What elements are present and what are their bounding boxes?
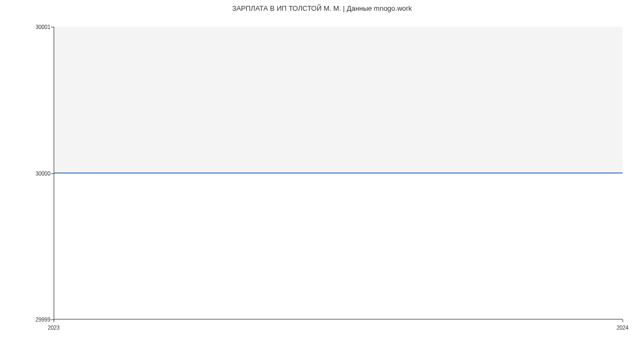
x-axis-tick-label: 2024	[617, 325, 628, 331]
data-line-series-0	[54, 172, 623, 173]
chart-container: ЗАРПЛАТА В ИП ТОЛСТОЙ М. М. | Данные mno…	[0, 0, 644, 349]
y-axis-tick-label: 29999	[24, 317, 50, 323]
y-axis-tick-label: 30001	[24, 24, 50, 30]
x-axis-tick-mark	[623, 319, 623, 322]
plot-area	[54, 27, 623, 319]
chart-title: ЗАРПЛАТА В ИП ТОЛСТОЙ М. М. | Данные mno…	[0, 4, 644, 12]
shaded-upper-region	[54, 27, 623, 173]
x-axis-tick-label: 2023	[48, 325, 60, 331]
y-axis-tick-label: 30000	[24, 170, 50, 176]
x-axis-tick-mark	[54, 319, 54, 322]
